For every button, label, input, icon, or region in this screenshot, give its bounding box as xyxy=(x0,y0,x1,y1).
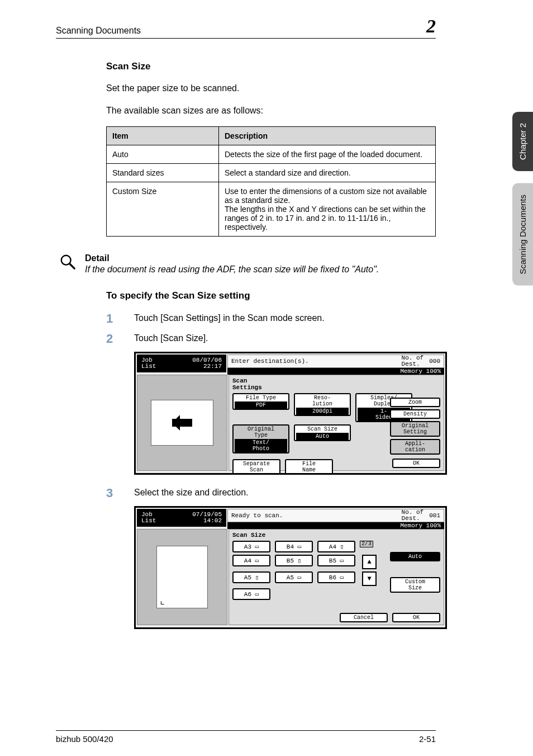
step: 2 Touch [Scan Size]. xyxy=(106,332,436,346)
scroll-down-button[interactable]: ▼ xyxy=(362,571,377,586)
footer-left: bizhub 500/420 xyxy=(56,734,113,744)
job-list-button[interactable]: Job List 07/19/05 14:02 xyxy=(137,509,226,527)
original-setting-button[interactable]: Original Setting xyxy=(390,421,440,437)
size-a3-land-button[interactable]: A3 ▭ xyxy=(232,541,270,552)
memory-status: Memory 100% xyxy=(400,522,441,529)
footer-right: 2-51 xyxy=(419,734,436,744)
table-row: Standard sizes Select a standard size an… xyxy=(107,164,436,182)
cell-item: Auto xyxy=(107,145,219,164)
cell-desc: Detects the size of the first page of th… xyxy=(219,145,436,164)
dest-label: No. of Dest. xyxy=(402,355,424,367)
preview-pane xyxy=(137,375,227,471)
section-heading: Scan Size xyxy=(106,61,436,72)
runhead-title: Scanning Documents xyxy=(56,26,141,36)
section-p1: Set the paper size to be scanned. xyxy=(106,82,436,94)
size-b6-land-button[interactable]: B6 ▭ xyxy=(317,571,355,583)
panel-title: Scan Settings xyxy=(232,377,440,391)
table-row: Custom Size Use to enter the dimensions … xyxy=(107,182,436,237)
step-number: 2 xyxy=(106,332,134,346)
step-number: 3 xyxy=(106,486,134,500)
step-text: Touch [Scan Size]. xyxy=(134,332,208,343)
scan-size-button[interactable]: Scan SizeAuto xyxy=(294,424,351,441)
size-a5-land-button[interactable]: A5 ▭ xyxy=(275,571,313,583)
chapter-number: 2 xyxy=(426,17,436,36)
scroll-up-button[interactable]: ▲ xyxy=(362,555,377,569)
size-b4-land-button[interactable]: B4 ▭ xyxy=(275,541,313,552)
size-b5-land-button[interactable]: B5 ▭ xyxy=(317,555,355,566)
auto-button[interactable]: Auto xyxy=(390,552,440,561)
dest-count: 000 xyxy=(429,358,440,365)
status-text: Enter destination(s). xyxy=(231,358,309,365)
scan-size-selection-screenshot: Job List 07/19/05 14:02 Ready to scan. N… xyxy=(134,506,447,629)
svg-line-1 xyxy=(70,264,74,268)
detail-heading: Detail xyxy=(85,253,379,263)
size-b5-port-button[interactable]: B5 ▯ xyxy=(275,555,313,566)
cancel-button[interactable]: Cancel xyxy=(340,613,388,622)
ok-button[interactable]: OK xyxy=(392,613,440,622)
procedure-heading: To specify the Scan Size setting xyxy=(106,290,436,301)
job-list-button[interactable]: Job List 08/07/06 22:17 xyxy=(137,355,226,372)
size-a5-port-button[interactable]: A5 ▯ xyxy=(232,571,270,583)
side-tab-chapter: Chapter 2 xyxy=(512,112,533,171)
size-a4-port-button[interactable]: A4 ▯ xyxy=(317,541,355,552)
dest-count: 001 xyxy=(429,512,440,519)
section-p2: The available scan sizes are as follows: xyxy=(106,105,436,117)
cell-desc: Use to enter the dimensions of a custom … xyxy=(219,182,436,237)
step-text: Select the size and direction. xyxy=(134,486,249,498)
density-button[interactable]: Density xyxy=(390,409,440,419)
memory-status: Memory 100% xyxy=(400,368,441,375)
step-number: 1 xyxy=(106,311,134,326)
status-text: Ready to scan. xyxy=(231,512,283,519)
panel-title: Scan Size xyxy=(232,532,440,538)
step: 1 Touch [Scan Settings] in the Scan mode… xyxy=(106,311,436,326)
resolution-button[interactable]: Reso- lution200dpi xyxy=(294,393,351,416)
page-fraction: 2/3 xyxy=(360,541,373,547)
ok-button[interactable]: OK xyxy=(392,459,440,468)
step: 3 Select the size and direction. xyxy=(106,486,436,500)
detail-text: If the document is read using the ADF, t… xyxy=(85,263,379,276)
cell-desc: Select a standard size and direction. xyxy=(219,164,436,182)
original-type-button[interactable]: Original TypeText/ Photo xyxy=(232,424,289,453)
preview-pane: ⌞ xyxy=(137,529,227,625)
scan-settings-screenshot: Job List 08/07/06 22:17 Enter destinatio… xyxy=(134,352,447,475)
running-head: Scanning Documents 2 xyxy=(56,17,436,39)
cell-item: Standard sizes xyxy=(107,164,219,182)
scan-size-table: Item Description Auto Detects the size o… xyxy=(106,126,436,237)
dest-label: No. of Dest. xyxy=(402,509,424,522)
application-button[interactable]: Appli- cation xyxy=(390,439,440,455)
custom-size-button[interactable]: Custom Size xyxy=(390,577,440,593)
step-text: Touch [Scan Settings] in the Scan mode s… xyxy=(134,311,325,323)
file-name-button[interactable]: File Name xyxy=(285,459,333,475)
size-a4-land-button[interactable]: A4 ▭ xyxy=(232,555,270,566)
th-desc: Description xyxy=(219,127,436,145)
zoom-button[interactable]: Zoom xyxy=(390,398,440,407)
file-type-button[interactable]: File TypePDF xyxy=(232,393,289,410)
cell-item: Custom Size xyxy=(107,182,219,237)
th-item: Item xyxy=(107,127,219,145)
size-a6-land-button[interactable]: A6 ▭ xyxy=(232,588,270,600)
table-row: Auto Detects the size of the first page … xyxy=(107,145,436,164)
arrow-left-icon xyxy=(172,419,192,427)
magnify-icon xyxy=(59,253,76,270)
corner-icon: ⌞ xyxy=(159,594,165,607)
side-tab-section: Scanning Documents xyxy=(512,183,533,286)
separate-scan-button[interactable]: Separate Scan xyxy=(232,459,280,475)
page-footer: bizhub 500/420 2-51 xyxy=(56,730,436,744)
